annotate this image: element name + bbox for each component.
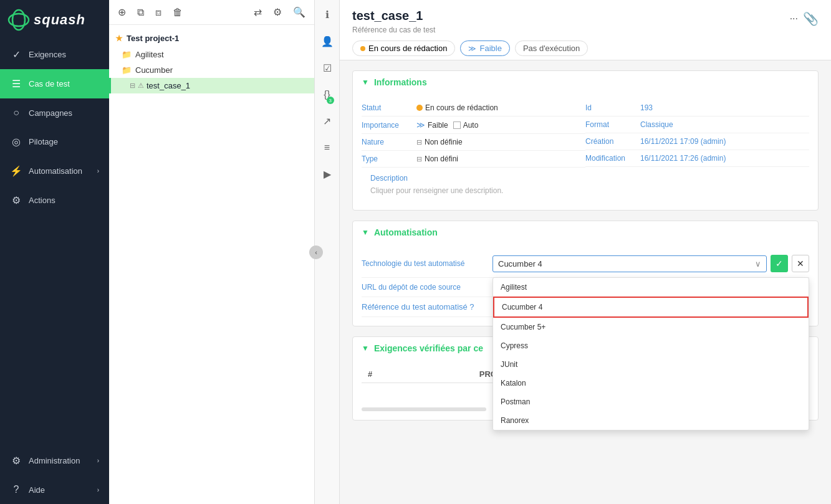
info-side-icon[interactable]: ℹ	[323, 6, 332, 23]
auto-checkbox[interactable]	[453, 121, 461, 129]
logo-area: squash	[0, 0, 109, 40]
section-title: Automatisation	[374, 227, 438, 237]
tree-project[interactable]: ★ Test project-1	[109, 30, 314, 47]
help-icon[interactable]: ?	[469, 302, 474, 311]
settings-icon[interactable]: ⚙	[271, 5, 284, 19]
sidebar-nav: ✓ Exigences ☰ Cas de test ○ Campagnes ◎ …	[0, 40, 109, 504]
automatisation-body: Technologie du test automatisé Cucumber …	[353, 244, 818, 326]
sidebar-item-exigences[interactable]: ✓ Exigences	[0, 40, 109, 69]
status-dot	[360, 46, 365, 51]
star-icon: ★	[115, 34, 123, 43]
status-badge[interactable]: En cours de rédaction	[352, 40, 455, 56]
info-grid: Statut En cours de rédaction Importance …	[362, 100, 809, 168]
code-side-icon[interactable]: {} 3	[321, 87, 333, 103]
sidebar-item-pilotage[interactable]: ◎ Pilotage	[0, 127, 109, 156]
description-label: Description	[370, 174, 800, 183]
play-side-icon[interactable]: ▶	[321, 166, 334, 183]
priority-label: Faible	[479, 44, 501, 53]
info-row-statut: Statut En cours de rédaction	[362, 100, 585, 116]
cas-de-test-icon: ☰	[10, 78, 22, 90]
horizontal-scrollbar[interactable]	[362, 407, 486, 411]
sidebar-item-cas-de-test[interactable]: ☰ Cas de test	[0, 69, 109, 98]
tree-folder-agilitest[interactable]: 📁 Agilitest	[109, 47, 314, 62]
status-indicator	[416, 105, 423, 111]
automatisation-icon: ⚡	[10, 165, 22, 177]
refresh-icon[interactable]: ⇄	[251, 5, 264, 19]
creation-value: 16/11/2021 17:09 (admin)	[640, 137, 726, 146]
file-name: test_case_1	[147, 81, 190, 90]
check-side-icon[interactable]: ☑	[320, 60, 334, 77]
pilotage-icon: ◎	[10, 136, 22, 148]
page-title: test_case_1	[352, 9, 790, 23]
section-title: Exigences vérifiées par ce	[374, 343, 483, 353]
folder-open-icon: 📁	[122, 65, 132, 75]
add-icon[interactable]: ⊕	[115, 5, 128, 19]
expand-icon: ⊟	[130, 82, 135, 90]
informations-header[interactable]: ▼ Informations	[353, 71, 818, 93]
sidebar-item-automatisation[interactable]: ⚡ Automatisation ›	[0, 156, 109, 186]
dropdown-item-cucumber4[interactable]: Cucumber 4	[493, 297, 809, 318]
share-side-icon[interactable]: ↗	[320, 113, 334, 130]
type-value: ⊟ Non défini	[416, 155, 458, 163]
info-row-format: Format Classique	[585, 116, 809, 133]
modification-label: Modification	[585, 154, 635, 163]
dropdown-item-cucumber5[interactable]: Cucumber 5+	[493, 318, 809, 336]
sidebar-item-administration[interactable]: ⚙ Administration ›	[0, 446, 109, 475]
dropdown-item-cypress[interactable]: Cypress	[493, 336, 809, 355]
execution-badge[interactable]: Pas d'exécution	[515, 40, 588, 56]
format-label: Format	[585, 120, 635, 129]
dropdown-item-ranorex[interactable]: Ranorex	[493, 411, 809, 430]
id-value: 193	[640, 103, 653, 112]
tree-toolbar: ⊕ ⧉ ⧈ 🗑 ⇄ ⚙ 🔍	[109, 0, 314, 25]
importance-label: Importance	[362, 121, 411, 130]
col-hash: #	[362, 366, 473, 383]
technologie-select[interactable]: Cucumber 4 ∨	[492, 255, 767, 272]
dropdown-item-agilitest[interactable]: Agilitest	[493, 278, 809, 297]
sidebar-item-label: Cas de test	[29, 79, 70, 88]
paste-icon[interactable]: ⧈	[153, 6, 164, 19]
automatisation-header[interactable]: ▼ Automatisation	[353, 221, 818, 244]
sidebar-item-actions[interactable]: ⚙ Actions	[0, 186, 109, 215]
attachment-icon[interactable]: 📎	[803, 11, 819, 26]
more-options-icon[interactable]: ···	[790, 13, 798, 24]
administration-icon: ⚙	[10, 455, 22, 467]
cancel-button[interactable]: ✕	[792, 255, 809, 272]
page-subtitle: Référence du cas de test	[352, 26, 790, 34]
search-icon[interactable]: 🔍	[291, 5, 308, 19]
priority-badge[interactable]: ≫ Faible	[460, 40, 509, 56]
folder-icon: 📁	[122, 50, 132, 59]
priority-icon: ≫	[468, 44, 476, 53]
tree-folder-cucumber[interactable]: 📁 Cucumber	[109, 62, 314, 78]
description-placeholder[interactable]: Cliquer pour renseigner une description.	[370, 186, 800, 195]
detail-panel: test_case_1 Référence du cas de test En …	[340, 0, 831, 504]
tree-file-test-case[interactable]: ⊟ ⚠ test_case_1	[109, 78, 314, 93]
reference-label: Référence du test automatisé ?	[362, 302, 486, 311]
confirm-button[interactable]: ✓	[771, 255, 788, 272]
info-right: Id 193 Format Classique Création 16/11/2…	[585, 100, 809, 168]
header-right: ··· 📎	[790, 9, 819, 26]
dropdown-item-postman[interactable]: Postman	[493, 392, 809, 411]
technologie-select-wrapper: Cucumber 4 ∨ ✓ ✕ Agilitest Cucumber 4 Cu…	[492, 255, 809, 272]
collapse-tree-button[interactable]: ‹	[309, 245, 323, 259]
technologie-label: Technologie du test automatisé	[362, 259, 486, 268]
technologie-field: Technologie du test automatisé Cucumber …	[362, 250, 809, 278]
project-name: Test project-1	[127, 34, 179, 43]
dropdown-item-junit[interactable]: JUnit	[493, 355, 809, 374]
file-type-icon: ⚠	[138, 82, 144, 90]
id-label: Id	[585, 103, 635, 112]
sidebar-item-campagnes[interactable]: ○ Campagnes	[0, 98, 109, 127]
delete-icon[interactable]: 🗑	[170, 6, 185, 19]
sidebar-item-label: Administration	[29, 456, 80, 465]
automatisation-section: ▼ Automatisation Technologie du test aut…	[352, 221, 819, 326]
info-row-type: Type ⊟ Non défini	[362, 151, 585, 168]
user-side-icon[interactable]: 👤	[319, 33, 336, 50]
tree-panel: ⊕ ⧉ ⧈ 🗑 ⇄ ⚙ 🔍 ★ Test project-1 📁 Agilite…	[109, 0, 315, 504]
list-side-icon[interactable]: ≡	[322, 140, 332, 156]
actions-icon: ⚙	[10, 194, 22, 206]
sidebar-item-label: Aide	[29, 485, 45, 495]
sidebar-item-aide[interactable]: ? Aide ›	[0, 475, 109, 504]
dropdown-item-katalon[interactable]: Katalon	[493, 374, 809, 392]
section-title: Informations	[374, 77, 427, 87]
copy-icon[interactable]: ⧉	[135, 6, 147, 19]
importance-icon: ≫	[416, 120, 425, 130]
